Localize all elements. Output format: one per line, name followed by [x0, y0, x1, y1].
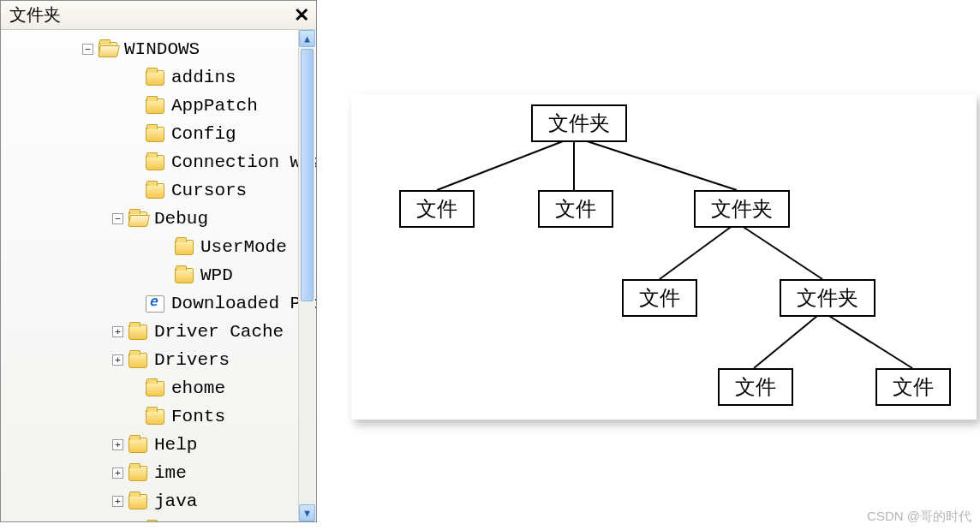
explorer-title: 文件夹: [9, 3, 61, 27]
tree-row[interactable]: +Driver Cache: [1, 318, 316, 346]
tree-row[interactable]: WPD: [1, 261, 316, 289]
expander-placeholder: [129, 100, 140, 111]
tree-row[interactable]: +Help: [1, 431, 316, 459]
tree-item-label: UserMode: [200, 238, 287, 256]
collapse-icon[interactable]: −: [112, 213, 123, 224]
tree-item-label: Help: [154, 436, 197, 454]
diagram-node: 文件: [875, 368, 951, 406]
scroll-thumb[interactable]: [301, 49, 314, 301]
tree-row[interactable]: −Debug: [1, 205, 316, 233]
tree-item-label: Drivers: [154, 351, 230, 369]
diagram-node: 文件: [718, 368, 793, 406]
diagram-node: 文件夹: [694, 190, 790, 228]
expand-icon[interactable]: +: [112, 326, 123, 337]
expander-placeholder: [158, 270, 170, 281]
expand-icon[interactable]: +: [112, 354, 123, 366]
folder-explorer-panel: 文件夹 ✕ −WINDOWSaddinsAppPatchConfigConnec…: [0, 0, 317, 522]
ie-page-icon: [146, 295, 164, 313]
diagram-area: 文件夹文件文件文件夹文件文件夹文件文件: [317, 0, 980, 530]
diagram-node: 文件夹: [531, 104, 627, 142]
tree-row[interactable]: AppPatch: [1, 92, 316, 120]
folder-tree: −WINDOWSaddinsAppPatchConfigConnection W…: [1, 30, 316, 521]
close-icon[interactable]: ✕: [294, 4, 309, 27]
folder-icon: [128, 325, 147, 340]
folder-icon: [128, 466, 147, 481]
tree-item-label: Fonts: [171, 408, 225, 426]
tree-item-label: java: [154, 492, 197, 510]
folder-icon: [128, 353, 147, 368]
tree-row[interactable]: Downloaded Pro: [1, 289, 316, 318]
folder-open-icon: [128, 211, 147, 227]
tree-item-label: WINDOWS: [124, 40, 200, 58]
folder-icon: [146, 183, 164, 199]
diagram-edge: [822, 312, 912, 368]
folder-icon: [128, 494, 147, 509]
tree-body: −WINDOWSaddinsAppPatchConfigConnection W…: [1, 30, 316, 521]
expander-placeholder: [129, 72, 140, 83]
diagram-node: 文件夹: [780, 279, 875, 317]
expander-placeholder: [129, 411, 140, 422]
diagram-node: 文件: [399, 190, 475, 228]
tree-row[interactable]: Media: [1, 515, 316, 521]
tree-row[interactable]: Fonts: [1, 402, 316, 431]
tree-row[interactable]: +ime: [1, 459, 316, 487]
folder-icon: [146, 98, 164, 114]
collapse-icon[interactable]: −: [82, 44, 93, 55]
folder-icon: [175, 240, 194, 255]
folder-icon: [128, 438, 147, 453]
diagram-edge: [754, 312, 822, 368]
expander-placeholder: [129, 185, 140, 196]
tree-item-label: WPD: [200, 266, 233, 284]
tree-item-label: Debug: [154, 210, 208, 228]
folder-open-icon: [99, 42, 117, 57]
expand-icon[interactable]: +: [112, 496, 123, 507]
tree-item-label: addins: [171, 68, 236, 86]
tree-row[interactable]: Connection Wiz: [1, 148, 316, 176]
folder-icon: [146, 70, 164, 86]
tree-item-label: ehome: [171, 379, 225, 397]
vertical-scrollbar[interactable]: ▲ ▼: [298, 30, 315, 521]
tree-item-label: AppPatch: [171, 97, 258, 115]
explorer-header: 文件夹 ✕: [1, 1, 316, 30]
folder-icon: [175, 268, 194, 283]
tree-row[interactable]: Cursors: [1, 176, 316, 205]
folder-icon: [146, 381, 164, 396]
folder-icon: [146, 155, 164, 170]
tree-row[interactable]: addins: [1, 63, 316, 92]
expander-placeholder: [129, 298, 140, 309]
expander-placeholder: [158, 241, 170, 253]
diagram-edge: [574, 137, 737, 190]
tree-row[interactable]: +java: [1, 487, 316, 515]
tree-item-label: Driver Cache: [154, 323, 284, 341]
tree-item-label: Cursors: [171, 182, 247, 199]
tree-item-label: Media: [171, 521, 225, 521]
tree-row[interactable]: +Drivers: [1, 346, 316, 374]
folder-icon: [146, 409, 164, 425]
tree-diagram: 文件夹文件文件文件夹文件文件夹文件文件: [351, 94, 977, 420]
scroll-down-arrow[interactable]: ▼: [299, 504, 315, 521]
diagram-edge: [737, 223, 822, 279]
tree-row[interactable]: ehome: [1, 374, 316, 402]
diagram-edge: [660, 223, 737, 279]
scroll-up-arrow[interactable]: ▲: [299, 30, 315, 47]
expander-placeholder: [129, 128, 140, 140]
tree-item-label: Connection Wiz: [171, 153, 316, 171]
diagram-node: 文件: [622, 279, 697, 317]
expander-placeholder: [129, 383, 140, 394]
watermark: CSDN @哥的时代: [867, 509, 971, 525]
tree-row[interactable]: −WINDOWS: [1, 35, 316, 63]
tree-item-label: ime: [154, 464, 187, 482]
tree-item-label: Config: [171, 125, 236, 143]
tree-row[interactable]: Config: [1, 120, 316, 148]
expand-icon[interactable]: +: [112, 467, 123, 479]
expand-icon[interactable]: +: [112, 439, 123, 450]
tree-row[interactable]: UserMode: [1, 233, 316, 261]
expander-placeholder: [129, 157, 140, 168]
tree-item-label: Downloaded Pro: [171, 295, 316, 313]
diagram-node: 文件: [538, 190, 613, 228]
diagram-edge: [437, 137, 574, 190]
folder-icon: [146, 127, 164, 142]
